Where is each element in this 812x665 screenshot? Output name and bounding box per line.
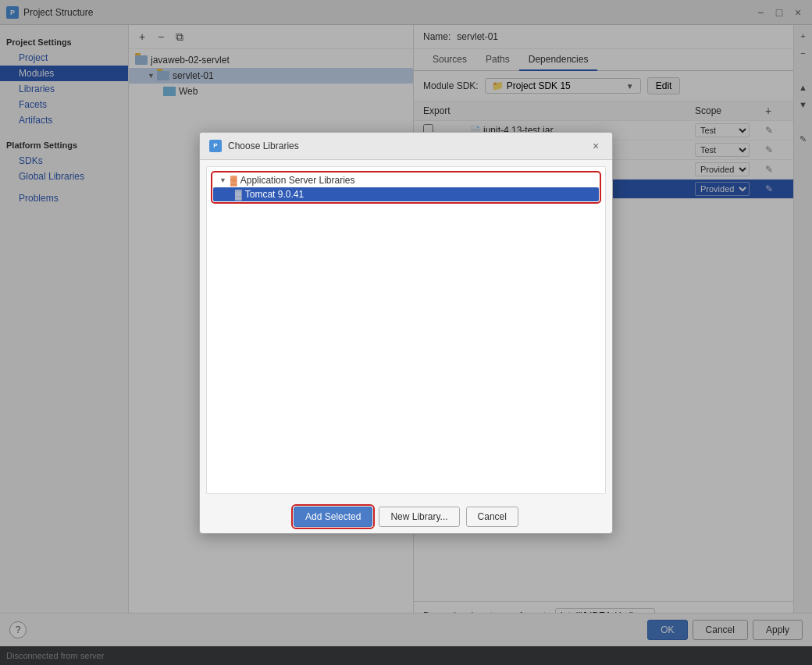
group-label: Application Server Libraries — [240, 175, 355, 186]
choose-libraries-modal: P Choose Libraries × ▼ ▓ Application Ser… — [199, 132, 613, 534]
tomcat-icon: ▓ — [235, 189, 242, 200]
modal-body: ▼ ▓ Application Server Libraries ▓ Tomca… — [206, 166, 606, 494]
group-arrow: ▼ — [219, 176, 230, 184]
modal-overlay: P Choose Libraries × ▼ ▓ Application Ser… — [0, 0, 812, 665]
modal-title-bar: P Choose Libraries × — [200, 133, 612, 160]
modal-footer: Add Selected New Library... Cancel — [200, 500, 612, 533]
modal-close-button[interactable]: × — [589, 139, 603, 153]
modal-cancel-button[interactable]: Cancel — [466, 507, 518, 527]
lib-item-tomcat[interactable]: ▓ Tomcat 9.0.41 — [213, 187, 599, 201]
lib-group-app-server[interactable]: ▼ ▓ Application Server Libraries — [213, 173, 599, 187]
add-selected-button[interactable]: Add Selected — [294, 507, 372, 527]
new-library-button[interactable]: New Library... — [379, 507, 459, 527]
library-group-outline: ▼ ▓ Application Server Libraries ▓ Tomca… — [213, 173, 599, 201]
server-libs-icon: ▓ — [230, 175, 237, 186]
modal-app-icon: P — [209, 140, 222, 152]
tomcat-label: Tomcat 9.0.41 — [245, 189, 304, 200]
modal-title: Choose Libraries — [228, 140, 582, 151]
